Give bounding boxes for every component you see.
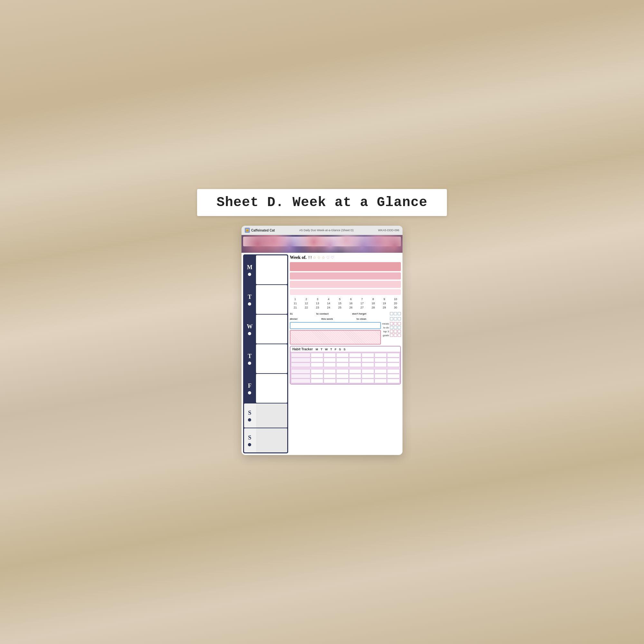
habit-cell-6-2[interactable] [324,379,336,383]
checkbox-goals-a[interactable] [390,334,393,337]
checkbox-top3-b[interactable] [394,330,397,333]
habit-cell-2-4[interactable] [349,358,362,362]
habit-cell-5-3[interactable] [336,374,349,378]
habit-row-3 [291,363,400,367]
habit-cell-3-4[interactable] [349,363,362,367]
habit-tracker: Habit Tracker M T W T F S S [290,346,401,384]
habit-cell-3-1[interactable] [311,363,323,367]
habit-cell-1-1[interactable] [311,353,323,357]
num-15: 15 [334,301,345,305]
checkbox-todo-a[interactable] [390,326,393,329]
habit-cell-6-6[interactable] [374,379,387,383]
sheet-header: 🐱 Caffeinated Cat A5 Daily Duo Week-at-a… [241,226,403,235]
checkbox-meals [390,322,401,325]
habit-cell-5-6[interactable] [374,374,387,378]
checkbox-meals-b[interactable] [394,322,397,325]
day-dot-s1 [248,418,251,421]
num-30: 30 [390,306,401,309]
habit-cell-2-2[interactable] [324,358,336,362]
habit-cell-1-5[interactable] [362,353,374,357]
brand-logo: 🐱 Caffeinated Cat [245,228,275,233]
habit-cell-4-2[interactable] [324,369,336,374]
checkbox-meals-a[interactable] [390,322,393,325]
habit-cell-1-2[interactable] [324,353,336,357]
habit-cell-2-3[interactable] [336,358,349,362]
num-18: 18 [368,301,379,305]
habit-name-6 [291,379,310,383]
habit-cell-3-3[interactable] [336,363,349,367]
day-label-monday: M [244,255,255,284]
habit-cell-4-5[interactable] [362,369,374,374]
checkbox-top3-a[interactable] [390,330,393,333]
habit-cell-4-3[interactable] [336,369,349,374]
num-26: 26 [346,306,356,309]
day-row-saturday: S [244,403,287,428]
habit-cell-6-1[interactable] [311,379,323,383]
habit-cell-4-6[interactable] [374,369,387,374]
habit-cell-5-1[interactable] [311,374,323,378]
num-17: 17 [357,301,368,305]
icon-heart1: ♡ [326,255,330,260]
habit-cell-3-7[interactable] [387,363,400,367]
numbers-grid: 1 2 3 4 5 6 7 8 9 10 11 12 13 14 15 16 1 [290,296,401,310]
habit-cell-2-6[interactable] [374,358,387,362]
checkbox-2b[interactable] [394,317,397,320]
checkbox-2c[interactable] [398,317,401,320]
num-13: 13 [312,301,323,305]
page-wrapper: Sheet D. Week at a Glance 🐱 Caffeinated … [197,189,447,455]
num-10: 10 [390,297,401,301]
habit-cell-6-7[interactable] [387,379,400,383]
habit-cell-5-7[interactable] [387,374,400,378]
checkbox-1a[interactable] [390,312,393,315]
label-to-contact: to contact [316,312,328,315]
checkbox-goals-c[interactable] [398,334,401,337]
pink-block-dark [290,262,401,271]
sticker-boxes-left [290,322,381,345]
checkbox-meals-c[interactable] [398,322,401,325]
habit-cell-6-3[interactable] [336,379,349,383]
checkbox-goals-b[interactable] [394,334,397,337]
habit-cell-5-4[interactable] [349,374,362,378]
checkbox-todo-b[interactable] [394,326,397,329]
num-22: 22 [301,306,312,309]
habit-cell-2-5[interactable] [362,358,374,362]
habit-cell-6-4[interactable] [349,379,362,383]
habit-cell-5-5[interactable] [362,374,374,378]
day-label-sunday: S [244,428,255,452]
habit-cell-2-1[interactable] [311,358,323,362]
habit-cell-2-7[interactable] [387,358,400,362]
title-text: Sheet D. Week at a Glance [216,195,427,210]
sheet-content: M T W [241,253,403,455]
habit-cell-3-2[interactable] [324,363,336,367]
checkbox-todo-c[interactable] [398,326,401,329]
day-box-thursday [256,344,287,373]
week-of-label: Week of. [290,255,307,260]
day-label-thursday: T [244,344,255,373]
habit-cell-4-4[interactable] [349,369,362,374]
num-12: 12 [301,301,312,305]
habit-cell-3-6[interactable] [374,363,387,367]
habit-name-1 [291,353,310,357]
habit-cell-6-5[interactable] [362,379,374,383]
habit-cell-1-3[interactable] [336,353,349,357]
habit-day-s2: S [344,348,346,351]
habit-cell-1-7[interactable] [387,353,400,357]
checkbox-1b[interactable] [394,312,397,315]
checkbox-1c[interactable] [398,312,401,315]
habit-cell-3-5[interactable] [362,363,374,367]
habit-cell-4-7[interactable] [387,369,400,374]
checkbox-top3-c[interactable] [398,330,401,333]
num-14: 14 [323,301,334,305]
habit-name-2 [291,358,310,362]
checkbox-2a[interactable] [390,317,393,320]
habit-cell-1-6[interactable] [374,353,387,357]
habit-cell-1-4[interactable] [349,353,362,357]
day-row-friday: F [244,374,287,403]
week-icons: ! ! ☆ ☆ ☆ ♡ ♡ [308,255,334,260]
habit-cell-4-1[interactable] [311,369,323,374]
label-todo: to do [383,326,389,329]
num-16: 16 [346,301,356,305]
habit-day-t2: T [330,348,332,351]
habit-cell-5-2[interactable] [324,374,336,378]
habit-divider [291,367,400,369]
